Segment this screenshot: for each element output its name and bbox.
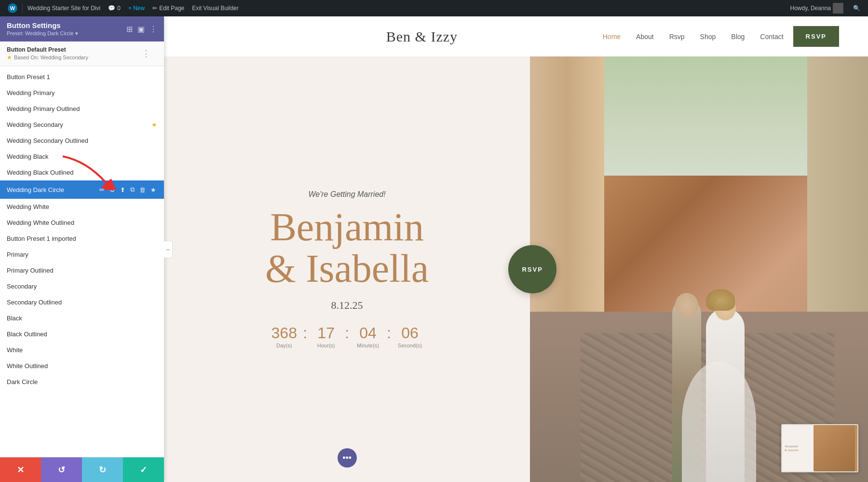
list-item[interactable]: Wedding Secondary ★ xyxy=(0,117,164,133)
preset-item-label: Wedding Primary xyxy=(7,89,54,96)
list-item[interactable]: Wedding Black xyxy=(0,149,164,165)
star-preset-icon[interactable]: ★ xyxy=(149,185,157,194)
list-item[interactable]: Black xyxy=(0,310,164,326)
admin-bar: W Wedding Starter Site for Divi 💬 0 + Ne… xyxy=(0,0,868,16)
howdy-item[interactable]: Howdy, Deanna xyxy=(787,0,848,16)
responsive-icon[interactable]: ⊞ xyxy=(126,25,133,34)
cancel-button[interactable]: ✕ xyxy=(0,457,41,482)
nav-about[interactable]: About xyxy=(636,33,654,41)
more-icon[interactable]: ⋮ xyxy=(149,25,157,34)
hero-names: Benjamin & Isabella xyxy=(265,207,429,289)
export-preset-icon[interactable]: ⬆ xyxy=(119,185,126,194)
hero-name2: Isabella xyxy=(306,247,429,290)
more-options-button[interactable]: ••• xyxy=(338,448,357,468)
preset-item-label: Black Outlined xyxy=(7,331,47,338)
preset-star-icon[interactable]: ★ xyxy=(151,121,157,128)
nav-contact[interactable]: Contact xyxy=(760,33,783,41)
list-item[interactable]: Wedding Primary Outlined xyxy=(0,101,164,117)
wp-logo-item[interactable]: W xyxy=(4,0,21,16)
preset-item-label: Wedding Secondary xyxy=(7,121,63,128)
search-item[interactable]: 🔍 xyxy=(849,0,864,16)
thumbnail-preview: Benjamin & Isabella xyxy=(781,424,858,472)
panel-bottom-bar: ✕ ↺ ↻ ✓ xyxy=(0,457,164,482)
countdown-minutes: 04 Minute(s) xyxy=(351,325,385,348)
comments-item[interactable]: 💬 0 xyxy=(104,0,124,16)
exit-builder-item[interactable]: Exit Visual Builder xyxy=(188,0,243,16)
section-dots-menu[interactable]: ⋮ xyxy=(142,48,150,59)
delete-preset-icon[interactable]: 🗑 xyxy=(138,185,147,194)
hero-section: We're Getting Married! Benjamin & Isabel… xyxy=(164,56,868,482)
site-name-item[interactable]: Wedding Starter Site for Divi xyxy=(24,0,104,16)
main-container: Button Settings Preset: Wedding Dark Cir… xyxy=(0,16,868,482)
list-item[interactable]: White xyxy=(0,342,164,358)
nav-home[interactable]: Home xyxy=(603,33,621,41)
preset-item-label: Dark Circle xyxy=(7,378,38,386)
preset-item-label: Button Preset 1 imported xyxy=(7,235,76,242)
new-item[interactable]: + New xyxy=(124,0,149,16)
thumbnail-inner: Benjamin & Isabella xyxy=(782,425,857,471)
default-preset-label: Button Default Preset xyxy=(7,46,157,53)
nav-shop[interactable]: Shop xyxy=(700,33,716,41)
comments-count: 0 xyxy=(117,5,121,12)
dress-skirt xyxy=(682,361,756,482)
edit-page-item[interactable]: ✏ Edit Page xyxy=(149,0,188,16)
countdown: 368 Day(s) : 17 Hour(s) : 04 Minute(s) : xyxy=(267,325,427,348)
preset-item-label: Wedding Primary Outlined xyxy=(7,105,80,112)
list-item[interactable]: White Outlined xyxy=(0,358,164,374)
admin-bar-right: Howdy, Deanna 🔍 xyxy=(787,0,865,16)
list-item[interactable]: Button Preset 1 imported xyxy=(0,231,164,247)
list-item[interactable]: Wedding Primary xyxy=(0,85,164,101)
wedding-dark-circle-item[interactable]: Wedding Dark Circle ✏ ⚙ ⬆ ⧉ 🗑 ★ xyxy=(0,180,164,199)
preset-based-on: ★ Based On: Wedding Secondary xyxy=(7,54,157,61)
list-item[interactable]: Secondary xyxy=(0,278,164,294)
star-icon: ★ xyxy=(7,54,12,61)
list-item[interactable]: Wedding Black Outlined xyxy=(0,165,164,180)
separator-1 xyxy=(22,3,23,13)
thumbnail-text: Benjamin & Isabella xyxy=(785,444,799,452)
redo-button[interactable]: ↻ xyxy=(82,457,123,482)
list-item[interactable]: Wedding Secondary Outlined xyxy=(0,133,164,149)
edit-icon: ✏ xyxy=(152,5,157,12)
preset-action-icons: ✏ ⚙ ⬆ ⧉ 🗑 ★ xyxy=(98,185,157,194)
countdown-seconds: 06 Second(s) xyxy=(393,325,427,348)
nav-blog[interactable]: Blog xyxy=(731,33,745,41)
preset-item-label: Wedding Black xyxy=(7,153,48,160)
panel-header-left: Button Settings Preset: Wedding Dark Cir… xyxy=(7,21,78,37)
undo-button[interactable]: ↺ xyxy=(41,457,82,482)
layout-icon[interactable]: ▣ xyxy=(137,25,145,34)
wp-logo: W xyxy=(8,3,17,13)
panel-toggle-arrow[interactable]: ↔ xyxy=(164,241,173,258)
rsvp-circle-button[interactable]: RSVP xyxy=(508,245,556,293)
preset-item-label: White xyxy=(7,346,23,354)
list-item[interactable]: Primary Outlined xyxy=(0,262,164,278)
list-item[interactable]: Dark Circle xyxy=(0,374,164,390)
list-item[interactable]: Wedding White Outlined xyxy=(0,215,164,231)
duplicate-preset-icon[interactable]: ⧉ xyxy=(129,185,136,194)
hero-ampersand: & xyxy=(265,247,296,290)
site-header: Ben & Izzy Home About Rsvp Shop Blog Con… xyxy=(164,16,868,56)
save-button[interactable]: ✓ xyxy=(123,457,164,482)
list-item[interactable]: Black Outlined xyxy=(0,326,164,342)
preset-item-label: Secondary Outlined xyxy=(7,299,62,306)
countdown-sep-3: : xyxy=(385,325,393,341)
nav-rsvp[interactable]: Rsvp xyxy=(669,33,685,41)
list-item[interactable]: Button Preset 1 xyxy=(0,69,164,85)
preset-item-label: Secondary xyxy=(7,283,37,290)
countdown-sep-1: : xyxy=(301,325,309,341)
edit-preset-icon[interactable]: ✏ xyxy=(98,185,106,194)
countdown-sep-2: : xyxy=(343,325,351,341)
panel-preset-selector[interactable]: Preset: Wedding Dark Circle ▾ xyxy=(7,30,78,37)
list-item[interactable]: Wedding White xyxy=(0,199,164,215)
redo-icon: ↻ xyxy=(99,465,106,475)
howdy-text: Howdy, Deanna xyxy=(790,5,831,12)
search-icon: 🔍 xyxy=(853,5,860,12)
left-panel: Button Settings Preset: Wedding Dark Cir… xyxy=(0,16,164,482)
arrow-icon: ↔ xyxy=(165,246,171,253)
header-rsvp-button[interactable]: RSVP xyxy=(793,26,839,47)
list-item[interactable]: Secondary Outlined xyxy=(0,294,164,310)
preset-item-label: Wedding White xyxy=(7,203,49,210)
list-item[interactable]: Primary xyxy=(0,247,164,262)
photo-background xyxy=(530,56,868,482)
preset-item-label: Primary Outlined xyxy=(7,267,54,274)
settings-preset-icon[interactable]: ⚙ xyxy=(108,185,116,194)
